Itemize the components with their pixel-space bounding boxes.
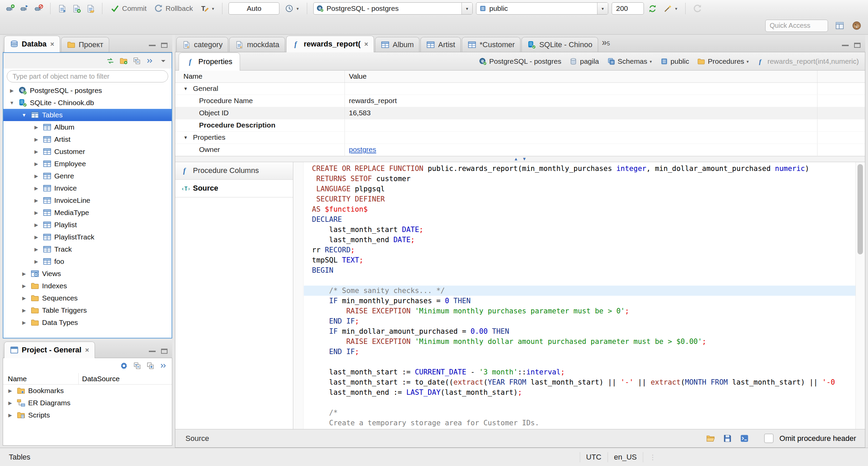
code-line-1[interactable]: CREATE OR REPLACE FUNCTION public.reward… bbox=[304, 163, 855, 174]
collapse-down-icon[interactable]: ▼ bbox=[522, 157, 527, 161]
quick-access-input[interactable] bbox=[765, 20, 828, 32]
view-menu-icon[interactable] bbox=[159, 57, 167, 65]
tab-проект[interactable]: Проект bbox=[61, 37, 109, 52]
tree-item-indexes[interactable]: ▶Indexes bbox=[3, 280, 172, 292]
sql-editor-icon[interactable] bbox=[57, 3, 67, 14]
expand-arrow-icon[interactable]: ▶ bbox=[33, 173, 40, 179]
status-timezone[interactable]: UTC bbox=[586, 453, 601, 462]
edit-connection-icon[interactable] bbox=[19, 3, 30, 14]
prop-row-procedure-description[interactable]: Procedure Description bbox=[175, 119, 865, 132]
sync-selection-icon[interactable] bbox=[159, 362, 168, 370]
minimize-icon[interactable] bbox=[149, 351, 156, 352]
breadcrumb-item-pagila[interactable]: pagila bbox=[569, 57, 599, 65]
link-editor-icon[interactable] bbox=[106, 57, 115, 65]
expand-arrow-icon[interactable]: ▶ bbox=[6, 400, 14, 406]
rollback-button[interactable]: Rollback bbox=[152, 2, 195, 15]
tab-sqlite-chinoo[interactable]: SQLite - Chinoo bbox=[521, 37, 598, 52]
code-line-24[interactable] bbox=[304, 397, 855, 408]
breadcrumb-item-rewards-report-int4-numeric[interactable]: frewards_report(int4,numeric) bbox=[757, 57, 859, 65]
column-datasource[interactable]: DataSource bbox=[79, 375, 120, 383]
tree-item-track[interactable]: ▶Track bbox=[3, 243, 172, 255]
code-line-13[interactable]: /* Some sanity checks... */ bbox=[304, 286, 855, 296]
tab-project-general[interactable]: Project - General × bbox=[4, 342, 95, 358]
expand-arrow-icon[interactable]: ▶ bbox=[33, 247, 40, 252]
expand-arrow-icon[interactable]: ▶ bbox=[33, 186, 40, 191]
code-line-10[interactable]: tmpSQL TEXT; bbox=[304, 255, 855, 265]
breadcrumb-item-public[interactable]: public bbox=[660, 57, 689, 65]
omit-procedure-header-checkbox[interactable] bbox=[764, 434, 773, 443]
collapse-arrow-icon[interactable]: ▼ bbox=[183, 135, 190, 140]
object-filter-input[interactable] bbox=[7, 70, 168, 82]
gear-icon[interactable] bbox=[120, 362, 128, 370]
code-line-18[interactable]: RAISE EXCEPTION 'Minimum monthly dollar … bbox=[304, 336, 855, 347]
code-line-2[interactable]: RETURNS SETOF customer bbox=[304, 174, 855, 184]
collapse-all-icon[interactable] bbox=[133, 57, 141, 65]
code-line-27[interactable]: */ bbox=[304, 428, 855, 429]
vertical-scrollbar[interactable] bbox=[855, 162, 865, 429]
expand-arrow-icon[interactable]: ▶ bbox=[20, 283, 28, 289]
tab-artist[interactable]: Artist bbox=[420, 37, 461, 52]
tree-item-genre[interactable]: ▶Genre bbox=[3, 170, 172, 182]
tree-item-album[interactable]: ▶Album bbox=[3, 121, 172, 133]
disconnect-icon[interactable] bbox=[33, 3, 44, 14]
breadcrumb-item-procedures[interactable]: Procedures▾ bbox=[697, 57, 749, 65]
open-in-sql-console-icon[interactable] bbox=[739, 433, 750, 444]
tree-item-employee[interactable]: ▶Employee bbox=[3, 158, 172, 170]
minimize-icon[interactable] bbox=[149, 45, 156, 46]
open-perspective-icon[interactable] bbox=[834, 20, 845, 31]
code-line-22[interactable]: last_month_start := to_date((extract(YEA… bbox=[304, 377, 855, 387]
sync-selection-icon[interactable] bbox=[146, 57, 154, 65]
code-line-5[interactable]: AS $function$ bbox=[304, 204, 855, 214]
minimize-icon[interactable] bbox=[842, 45, 849, 46]
maximize-icon[interactable] bbox=[161, 43, 167, 48]
expand-arrow-icon[interactable]: ▶ bbox=[33, 234, 40, 240]
load-from-file-icon[interactable] bbox=[705, 433, 716, 444]
expand-arrow-icon[interactable]: ▶ bbox=[6, 412, 14, 418]
maximize-icon[interactable] bbox=[854, 43, 861, 48]
splitter[interactable]: ▲ ▼ bbox=[175, 156, 865, 162]
code-line-3[interactable]: LANGUAGE plpgsql bbox=[304, 184, 855, 194]
tab-overflow-button[interactable]: »5 bbox=[602, 37, 610, 48]
transaction-mode-button[interactable]: T ▾ bbox=[198, 2, 216, 15]
code-line-8[interactable]: last_month_end DATE; bbox=[304, 235, 855, 245]
status-locale[interactable]: en_US bbox=[614, 453, 637, 462]
expand-arrow-icon[interactable]: ▶ bbox=[33, 161, 40, 167]
new-folder-icon[interactable] bbox=[119, 57, 128, 65]
code-line-11[interactable]: BEGIN bbox=[304, 265, 855, 275]
transaction-log-button[interactable]: ▾ bbox=[283, 2, 301, 15]
expand-arrow-icon[interactable]: ▶ bbox=[33, 137, 40, 142]
tab-mockdata[interactable]: mockdata bbox=[229, 37, 285, 52]
tree-item-table-triggers[interactable]: ▶Table Triggers bbox=[3, 304, 172, 316]
dropdown-arrow-icon[interactable]: ▾ bbox=[461, 3, 472, 14]
open-sql-script-icon[interactable] bbox=[85, 3, 96, 14]
code-line-9[interactable]: rr RECORD; bbox=[304, 245, 855, 255]
prop-row-object-id[interactable]: Object ID16,583 bbox=[175, 107, 865, 119]
magic-wand-button[interactable]: ▾ bbox=[662, 2, 679, 15]
code-line-21[interactable]: last_month_start := CURRENT_DATE - '3 mo… bbox=[304, 367, 855, 377]
code-line-14[interactable]: IF min_monthly_purchases = 0 THEN bbox=[304, 296, 855, 306]
datasource-select[interactable]: PostgreSQL - postgres ▾ bbox=[313, 2, 473, 15]
tab-customer[interactable]: *Customer bbox=[462, 37, 520, 52]
project-item-er-diagrams[interactable]: ▶ER Diagrams bbox=[3, 397, 172, 409]
tree-item-invoice[interactable]: ▶Invoice bbox=[3, 182, 172, 194]
code-line-7[interactable]: last_month_start DATE; bbox=[304, 225, 855, 235]
column-name[interactable]: Name bbox=[3, 375, 78, 383]
code-line-6[interactable]: DECLARE bbox=[304, 214, 855, 225]
collapse-arrow-icon[interactable]: ▼ bbox=[8, 100, 16, 105]
expand-all-icon[interactable] bbox=[146, 362, 155, 370]
tree-item-data-types[interactable]: ▶Data Types bbox=[3, 316, 172, 329]
source-code-editor[interactable]: CREATE OR REPLACE FUNCTION public.reward… bbox=[293, 162, 865, 429]
code-line-16[interactable]: END IF; bbox=[304, 316, 855, 326]
prop-row-general[interactable]: ▼General bbox=[175, 83, 865, 95]
expand-arrow-icon[interactable]: ▶ bbox=[20, 320, 28, 325]
code-line-25[interactable]: /* bbox=[304, 408, 855, 418]
code-line-15[interactable]: RAISE EXCEPTION 'Minimum monthly purchas… bbox=[304, 306, 855, 316]
code-line-23[interactable]: last_month_end := LAST_DAY(last_month_st… bbox=[304, 387, 855, 397]
prop-value[interactable]: postgres bbox=[349, 145, 376, 154]
code-line-26[interactable]: Create a temporary storage area for Cust… bbox=[304, 418, 855, 428]
tree-item-foo[interactable]: ▶foo bbox=[3, 255, 172, 268]
breadcrumb-item-schemas[interactable]: Schemas▾ bbox=[607, 57, 652, 65]
expand-arrow-icon[interactable]: ▶ bbox=[33, 149, 40, 154]
tree-item-views[interactable]: ▶Views bbox=[3, 268, 172, 280]
tab-album[interactable]: Album bbox=[375, 37, 419, 52]
